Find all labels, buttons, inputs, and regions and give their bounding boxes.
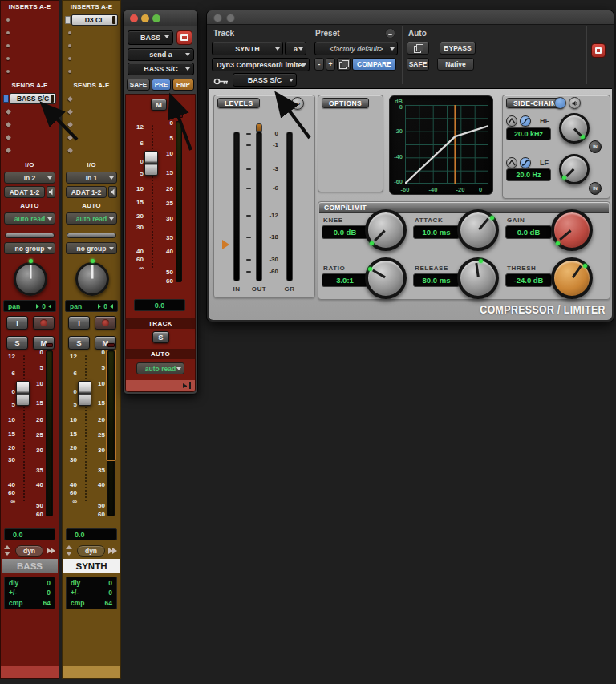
zoom-icon[interactable] <box>152 14 160 22</box>
send-solo-button[interactable]: S <box>152 331 169 343</box>
output-selector[interactable]: ADAT 1-2 <box>66 186 107 198</box>
key-input-selector[interactable]: BASS S/C <box>233 73 297 87</box>
insert-slot[interactable] <box>2 52 57 65</box>
pan-display[interactable]: pan 0 <box>3 300 56 312</box>
insert-slot[interactable] <box>2 39 57 52</box>
send-button-bass-sc[interactable]: BASS S/C <box>10 93 56 104</box>
send-slot[interactable] <box>2 131 57 144</box>
thresh-knob[interactable] <box>551 257 593 299</box>
auto-safe-button[interactable]: SAFE <box>407 58 429 71</box>
key-listen-button[interactable] <box>554 97 566 109</box>
solo-button[interactable]: S <box>68 336 90 350</box>
track-name-plate[interactable]: SYNTH <box>63 559 120 573</box>
close-icon[interactable] <box>130 14 138 22</box>
insert-slot[interactable] <box>2 26 57 39</box>
link-icon[interactable]: ∞ <box>291 97 304 110</box>
hf-in-button[interactable]: IN <box>589 140 602 153</box>
insert-slot[interactable] <box>64 52 119 65</box>
preset-decrement-button[interactable]: - <box>314 58 324 71</box>
preset-selector[interactable]: <factory default> <box>314 42 398 55</box>
dyn-view-button[interactable]: dyn <box>15 545 43 557</box>
pan-knob[interactable] <box>14 262 47 296</box>
lf-peak-filter-button[interactable] <box>506 157 517 168</box>
send-slot[interactable] <box>2 144 57 156</box>
send-automation-selector[interactable]: auto read <box>136 362 184 374</box>
preset-increment-button[interactable]: + <box>326 58 335 71</box>
group-selector[interactable]: no group <box>4 242 55 254</box>
librarian-button[interactable] <box>337 58 351 71</box>
expand-icon[interactable] <box>183 382 191 389</box>
insert-slot[interactable] <box>2 65 57 78</box>
track-selector[interactable]: SYNTH <box>212 42 283 55</box>
lf-shelf-filter-button[interactable] <box>520 157 531 168</box>
input-monitor-button[interactable]: I <box>6 316 28 330</box>
automation-mode-selector[interactable]: auto read <box>66 212 117 225</box>
send-slot[interactable] <box>64 144 119 156</box>
gain-knob[interactable] <box>551 209 593 251</box>
group-bar[interactable] <box>67 233 116 238</box>
send-slot[interactable] <box>2 105 57 118</box>
record-arm-button[interactable] <box>95 316 116 330</box>
pre-button[interactable]: PRE <box>152 79 171 91</box>
safe-button[interactable]: SAFE <box>127 79 150 91</box>
send-destination-selector[interactable]: BASS S/C <box>128 63 194 75</box>
knee-knob[interactable] <box>365 209 407 251</box>
send-slot[interactable] <box>2 118 57 131</box>
monitor-button[interactable] <box>569 97 581 109</box>
expand-view-icon[interactable] <box>109 548 117 554</box>
insert-position-selector[interactable]: a <box>285 42 306 55</box>
release-knob[interactable] <box>457 257 499 299</box>
input-monitor-button[interactable]: I <box>68 316 90 330</box>
fmp-button[interactable]: FMP <box>172 79 194 91</box>
volume-fader[interactable] <box>78 381 91 406</box>
insert-slot[interactable] <box>64 39 119 52</box>
pan-knob[interactable] <box>75 262 109 296</box>
insert-slot[interactable] <box>64 65 119 78</box>
dyn-view-button[interactable]: dyn <box>77 545 105 557</box>
hf-shelf-filter-button[interactable] <box>520 115 531 127</box>
input-selector[interactable]: In 1 <box>66 172 117 184</box>
close-icon[interactable] <box>213 14 222 22</box>
plugin-selector[interactable]: Dyn3 Compressor/Limiter <box>212 58 310 71</box>
target-window-button[interactable] <box>176 30 192 45</box>
ratio-knob[interactable] <box>365 257 407 299</box>
record-arm-button[interactable] <box>33 316 55 330</box>
volume-fader[interactable] <box>16 381 30 406</box>
send-level-fader[interactable] <box>144 151 158 176</box>
hf-frequency-knob[interactable] <box>559 113 590 144</box>
send-slot[interactable] <box>64 131 119 144</box>
group-bar[interactable] <box>5 233 55 238</box>
lf-in-button[interactable]: IN <box>589 182 602 195</box>
send-slot-active[interactable]: BASS S/C <box>2 92 57 105</box>
threshold-arrow-icon[interactable] <box>222 240 229 249</box>
input-selector[interactable]: In 2 <box>4 172 55 184</box>
send-slot-selector[interactable]: send a <box>128 48 194 61</box>
insert-slot[interactable] <box>64 26 119 39</box>
view-up-down-icon[interactable] <box>66 545 73 556</box>
send-mute-button[interactable]: M <box>151 99 167 111</box>
auto-enable-button[interactable] <box>407 42 429 55</box>
solo-button[interactable]: S <box>6 336 28 350</box>
output-selector[interactable]: ADAT 1-2 <box>4 186 45 198</box>
expand-view-icon[interactable] <box>47 548 55 554</box>
automation-mode-selector[interactable]: auto read <box>4 212 55 225</box>
target-window-button[interactable] <box>591 43 606 58</box>
view-up-down-icon[interactable] <box>4 545 11 556</box>
minimize-icon[interactable] <box>226 14 235 22</box>
send-track-selector[interactable]: BASS <box>128 30 173 45</box>
pan-display[interactable]: pan 0 <box>65 300 118 312</box>
attack-knob[interactable] <box>457 209 499 251</box>
group-selector[interactable]: no group <box>66 242 117 254</box>
send-slot[interactable] <box>64 118 119 131</box>
compare-button[interactable]: COMPARE <box>352 58 396 71</box>
preset-nav-icon[interactable] <box>385 28 395 38</box>
bypass-button[interactable]: BYPASS <box>440 42 476 55</box>
track-name-plate[interactable]: BASS <box>2 559 58 573</box>
native-format-button[interactable]: Native <box>437 58 474 71</box>
hf-peak-filter-button[interactable] <box>506 115 517 127</box>
send-slot[interactable] <box>64 92 119 105</box>
send-slot[interactable] <box>64 105 119 118</box>
insert-slot[interactable] <box>2 14 57 26</box>
insert-button-d3cl[interactable]: D3 CL <box>71 14 118 26</box>
lf-frequency-knob[interactable] <box>559 154 590 184</box>
